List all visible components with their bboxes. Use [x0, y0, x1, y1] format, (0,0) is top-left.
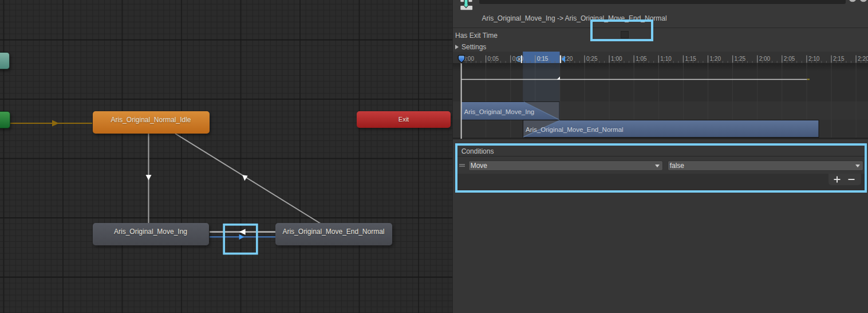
svg-text:0:05: 0:05	[488, 56, 499, 62]
svg-text:0:15: 0:15	[537, 56, 549, 62]
svg-text:0:25: 0:25	[586, 56, 598, 62]
svg-text:Aris_Original_Move_Ing: Aris_Original_Move_Ing	[464, 108, 535, 115]
svg-text:1:10: 1:10	[660, 56, 672, 62]
svg-text:2:05: 2:05	[784, 56, 795, 62]
svg-text:2:20: 2:20	[858, 56, 868, 62]
svg-text:2:15: 2:15	[833, 56, 845, 62]
svg-text:1:00: 1:00	[611, 56, 622, 62]
svg-text:1:20: 1:20	[710, 56, 721, 62]
svg-text:1:05: 1:05	[636, 56, 647, 62]
svg-text:2:10: 2:10	[808, 56, 820, 62]
svg-text:1:15: 1:15	[685, 56, 696, 62]
svg-text:1:25: 1:25	[735, 56, 746, 62]
svg-text:Aris_Original_Move_End_Normal: Aris_Original_Move_End_Normal	[526, 126, 624, 133]
svg-text:2:00: 2:00	[759, 56, 771, 62]
